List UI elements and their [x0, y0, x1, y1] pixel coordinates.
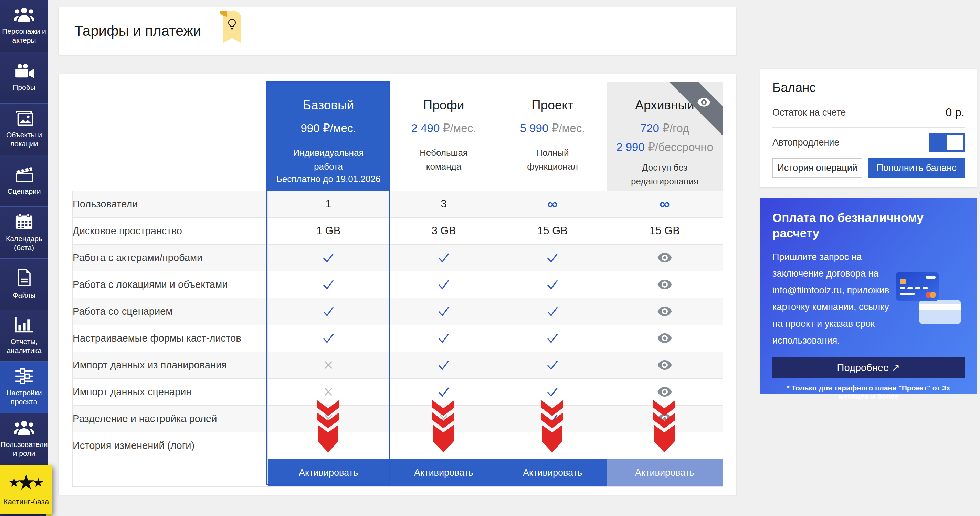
feature-cell-project: ∞	[498, 191, 607, 218]
balance-autorenew-row: Автопродление	[772, 132, 964, 152]
sidebar-item-casting-base[interactable]: ★★★Кастинг-база	[0, 465, 52, 514]
feature-cell-archive: ∞	[607, 191, 723, 218]
page-header: Тарифы и платежи	[59, 7, 736, 55]
feature-cell-pro	[389, 378, 498, 405]
feature-value: 1 GB	[317, 225, 341, 237]
sidebar-item-calendar-beta[interactable]: Календарь (бета)	[0, 206, 48, 258]
feature-cell-archive: 15 GB	[607, 218, 723, 244]
toggle-knob	[947, 135, 963, 150]
plan-price: 2 490 ₽/мес.	[411, 121, 476, 135]
sidebar-item-label: Кастинг-база	[2, 497, 50, 507]
sidebar-item-scripts[interactable]: Сценарии	[0, 155, 48, 206]
feature-value: 15 GB	[649, 225, 680, 237]
activate-basic-button[interactable]: Активировать	[268, 459, 389, 486]
images-icon	[14, 110, 34, 126]
plan-name: Профи	[423, 98, 465, 113]
balance-panel: Баланс Остаток на счете 0 р. Автопродлен…	[760, 69, 977, 187]
page-title: Тарифы и платежи	[74, 23, 201, 39]
feature-cell-pro	[389, 352, 498, 378]
lightbulb-icon	[226, 18, 238, 33]
sidebar-item-characters-actors[interactable]: Персонажи и актеры	[0, 0, 48, 52]
activate-row: АктивироватьАктивироватьАктивироватьАкти…	[73, 459, 723, 486]
feature-cell-pro	[389, 244, 498, 271]
feature-label: Импорт данных из планирования	[73, 352, 268, 378]
sidebar-item-users-roles[interactable]: Пользователи и роли	[0, 413, 48, 464]
credit-card-illustration	[892, 249, 964, 349]
feature-cell-project	[498, 405, 607, 432]
sidebar-item-project-settings[interactable]: Настройки проекта	[0, 361, 48, 413]
feature-row: Дисковое пространство1 GB3 GB15 GB15 GB	[73, 218, 723, 244]
autorenew-toggle[interactable]	[929, 133, 964, 152]
plan-header-archive: Архивный720 ₽/год2 990 ₽/бессрочноДоступ…	[607, 82, 723, 191]
sidebar-item-objects-locations[interactable]: Объекты и локации	[0, 103, 48, 155]
plan-price: 990 ₽/мес.	[301, 121, 356, 135]
plan-name: Архивный	[635, 98, 694, 113]
feature-label: Пользователи	[73, 191, 268, 218]
feature-value: 15 GB	[537, 225, 568, 237]
eye-icon	[657, 360, 672, 370]
promo-more-button[interactable]: Подробнее ↗	[772, 357, 964, 378]
feature-cell-basic	[268, 378, 389, 405]
check-icon	[546, 413, 559, 424]
check-icon	[321, 332, 335, 344]
feature-cell-project: 15 GB	[498, 218, 607, 244]
check-icon	[321, 305, 335, 317]
feature-cell-project	[498, 432, 607, 459]
topup-balance-button[interactable]: Пополнить баланс	[869, 158, 964, 178]
plan-header-basic: Базовый990 ₽/мес.Индивидуальная работаБе…	[268, 82, 389, 191]
check-icon	[437, 279, 450, 291]
plan-price: 720 ₽/год	[640, 121, 689, 135]
sidebar-item-reports-analytics[interactable]: Отчеты, аналитика	[0, 310, 48, 361]
pricing-table: Базовый990 ₽/мес.Индивидуальная работаБе…	[72, 82, 723, 487]
feature-row: Импорт данных сценария	[73, 378, 723, 405]
feature-cell-pro: 3	[389, 191, 498, 218]
sidebar-item-label: Объекты и локации	[0, 130, 48, 149]
feature-cell-basic	[268, 325, 389, 352]
feature-row: Работа со сценарием	[73, 298, 723, 325]
promo-footnote: * Только для тарифного плана "Проект" от…	[772, 384, 964, 400]
sidebar-item-label: Персонажи и актеры	[0, 27, 48, 45]
feature-label: История изменений (логи)	[73, 432, 268, 459]
feature-row: История изменений (логи)	[73, 432, 723, 459]
activate-archive-button[interactable]: Активировать	[607, 459, 722, 486]
activate-project-button[interactable]: Активировать	[498, 459, 606, 486]
plan-subtitle: Доступ без редактирования	[625, 160, 704, 189]
feature-cell-project	[498, 325, 607, 352]
check-icon	[437, 359, 450, 371]
promo-title: Оплата по безналичному расчету	[772, 210, 938, 241]
infinity-symbol: ∞	[660, 196, 670, 212]
activate-pro-button[interactable]: Активировать	[389, 459, 498, 486]
plan-note: Бесплатно до 19.01.2026	[277, 174, 381, 184]
balance-remaining-label: Остаток на счете	[772, 107, 846, 118]
sliders-icon	[14, 368, 34, 384]
check-icon	[437, 252, 450, 264]
sidebar-item-auditions[interactable]: Пробы	[0, 52, 48, 103]
promo-panel: Оплата по безналичному расчету Пришлите …	[760, 198, 977, 394]
feature-row: Работа с локациями и объектами	[73, 271, 723, 298]
plan-price: 5 990 ₽/мес.	[520, 121, 585, 135]
feature-cell-basic	[268, 405, 389, 432]
feature-cell-pro	[389, 298, 498, 325]
feature-label: Импорт данных сценария	[73, 378, 268, 405]
file-icon	[16, 269, 32, 287]
pricing-corner-cell	[73, 82, 268, 191]
check-icon	[321, 252, 335, 264]
eye-icon	[657, 413, 672, 424]
cross-icon	[323, 359, 334, 371]
bar-chart-icon	[14, 316, 34, 333]
feature-cell-archive	[607, 352, 723, 378]
hint-bookmark[interactable]	[223, 11, 241, 43]
feature-value: 1	[325, 198, 331, 210]
balance-remaining-value: 0 р.	[946, 106, 964, 119]
feature-cell-archive	[607, 378, 723, 405]
eye-icon	[657, 252, 672, 263]
sidebar-item-files[interactable]: Файлы	[0, 258, 48, 310]
eye-icon	[657, 306, 672, 316]
feature-label: Настраиваемые формы каст-листов	[73, 325, 268, 352]
divider	[772, 127, 964, 128]
history-button[interactable]: История операций	[772, 158, 862, 178]
cross-icon	[323, 386, 334, 398]
check-icon	[437, 386, 450, 398]
feature-label: Разделение и настройка ролей	[73, 405, 268, 432]
balance-title: Баланс	[772, 81, 964, 95]
